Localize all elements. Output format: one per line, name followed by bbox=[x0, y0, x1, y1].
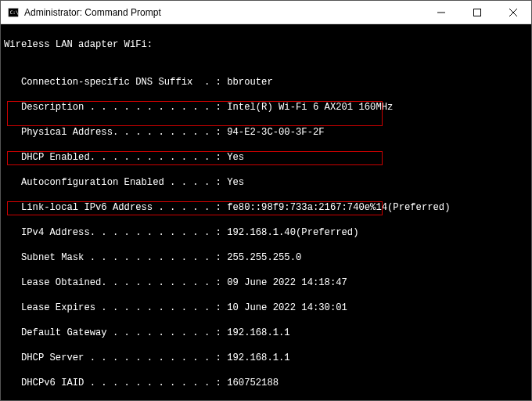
output-line: DHCP Server . . . . . . . . . . . : 192.… bbox=[4, 352, 528, 364]
cmd-icon: C:\ bbox=[7, 6, 20, 19]
output-line: DHCP Enabled. . . . . . . . . . . : Yes bbox=[4, 151, 528, 164]
output-line: Default Gateway . . . . . . . . . : 192.… bbox=[4, 327, 528, 339]
output-line: IPv4 Address. . . . . . . . . . . : 192.… bbox=[4, 226, 528, 239]
output-line: Link-local IPv6 Address . . . . . : fe80… bbox=[4, 201, 528, 214]
output-line: Description . . . . . . . . . . . : Inte… bbox=[4, 101, 528, 114]
output-line: Lease Obtained. . . . . . . . . . : 09 J… bbox=[4, 276, 528, 289]
command-prompt-window: C:\ Administrator: Command Prompt Wirele… bbox=[0, 0, 532, 401]
output-line: Physical Address. . . . . . . . . : 94-E… bbox=[4, 126, 528, 139]
output-line: Subnet Mask . . . . . . . . . . . : 255.… bbox=[4, 251, 528, 264]
output-line: DHCPv6 IAID . . . . . . . . . . . : 1607… bbox=[4, 377, 528, 389]
svg-rect-3 bbox=[474, 9, 481, 16]
output-line: Lease Expires . . . . . . . . . . : 10 J… bbox=[4, 302, 528, 314]
close-button[interactable] bbox=[495, 1, 531, 24]
window-title: Administrator: Command Prompt bbox=[24, 7, 423, 18]
output-line: Wireless LAN adapter WiFi: bbox=[4, 38, 528, 51]
minimize-button[interactable] bbox=[423, 1, 459, 24]
window-controls bbox=[423, 1, 531, 23]
maximize-button[interactable] bbox=[459, 1, 495, 24]
svg-text:C:\: C:\ bbox=[10, 9, 19, 14]
terminal-output[interactable]: Wireless LAN adapter WiFi: Connection-sp… bbox=[1, 24, 531, 400]
output-line: Connection-specific DNS Suffix . : bbrou… bbox=[4, 76, 528, 89]
titlebar[interactable]: C:\ Administrator: Command Prompt bbox=[1, 1, 531, 24]
output-line: Autoconfiguration Enabled . . . . : Yes bbox=[4, 176, 528, 189]
